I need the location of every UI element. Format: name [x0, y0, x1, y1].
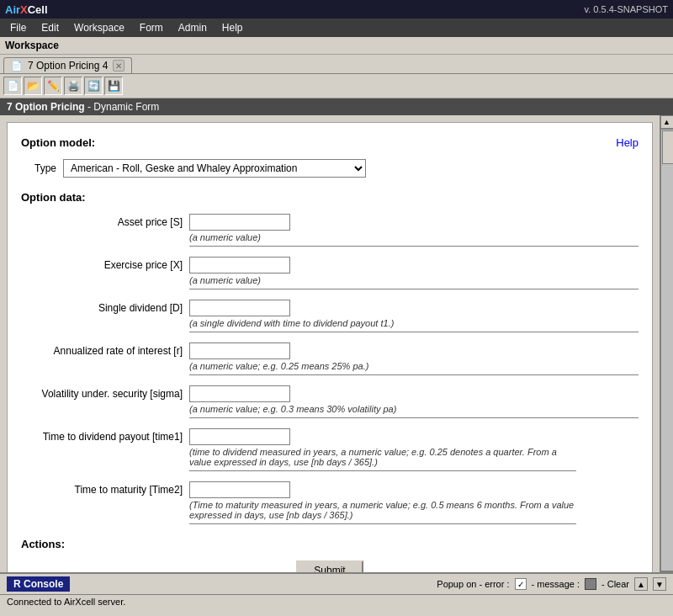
asset-price-hint: (a numeric value): [189, 232, 639, 247]
field-label-asset-price: Asset price [S]: [21, 214, 189, 228]
tab-icon: 📄: [11, 61, 23, 72]
time-maturity-input[interactable]: [189, 481, 290, 498]
toolbar-save-button[interactable]: 💾: [104, 77, 123, 95]
menu-file[interactable]: File: [3, 20, 33, 35]
option-model-section: Option model: Help: [21, 136, 639, 149]
r-console-label: R Console: [7, 576, 70, 585]
annualized-rate-hint: (a numeric value; e.g. 0.25 means 25% pa…: [189, 361, 639, 375]
actions-header: Actions:: [21, 538, 639, 550]
type-select[interactable]: American - Roll, Geske and Whaley Approx…: [63, 159, 366, 178]
title-bar: AirXCell v. 0.5.4-SNAPSHOT: [0, 0, 673, 19]
field-row-exercise-price: Exercise price [X] (a numeric value): [21, 257, 639, 296]
clear-label: - Clear: [601, 579, 629, 585]
form-title-normal: - Dynamic Form: [85, 101, 160, 113]
time-dividend-input[interactable]: [189, 428, 290, 445]
option-data-header: Option data:: [21, 191, 639, 204]
message-indicator: [585, 578, 596, 585]
field-right-asset-price: (a numeric value): [189, 214, 639, 253]
version-label: v. 0.5.4-SNAPSHOT: [585, 4, 668, 14]
menu-help[interactable]: Help: [215, 20, 250, 35]
form-container: Option model: Help Type American - Roll,…: [7, 122, 653, 578]
field-right-time-dividend: (time to dividend measured in years, a n…: [189, 428, 639, 478]
field-row-single-dividend: Single dividend [D] (a single dividend w…: [21, 300, 639, 339]
scrollbar: ▲ ▼: [660, 115, 673, 585]
menu-workspace[interactable]: Workspace: [67, 20, 131, 35]
app-name-x: X: [20, 3, 28, 16]
toolbar-new-button[interactable]: 📄: [3, 77, 22, 95]
field-right-time-maturity: (Time to maturity measured in years, a n…: [189, 481, 639, 531]
field-row-volatility: Volatility under. security [sigma] (a nu…: [21, 385, 639, 425]
volatility-hint: (a numeric value; e.g. 0.3 means 30% vol…: [189, 404, 639, 418]
type-row: Type American - Roll, Geske and Whaley A…: [34, 159, 639, 178]
field-row-time-maturity: Time to maturity [Time2] (Time to maturi…: [21, 481, 639, 531]
toolbar-open-button[interactable]: 📂: [24, 77, 42, 95]
field-right-exercise-price: (a numeric value): [189, 257, 639, 296]
tab-close-button[interactable]: ✕: [113, 60, 125, 72]
popup-checkbox[interactable]: ✓: [515, 578, 527, 585]
field-label-time-maturity: Time to maturity [Time2]: [21, 481, 189, 496]
time-maturity-hint: (Time to maturity measured in years, a n…: [189, 500, 576, 524]
time-dividend-hint: (time to dividend measured in years, a n…: [189, 447, 576, 471]
status-bar: R Console Popup on - error : ✓ - message…: [0, 572, 673, 585]
field-label-time-dividend: Time to dividend payout [time1]: [21, 428, 189, 443]
field-row-time-dividend: Time to dividend payout [time1] (time to…: [21, 428, 639, 478]
message-label: - message :: [532, 579, 580, 585]
exercise-price-hint: (a numeric value): [189, 275, 639, 289]
field-right-annualized-rate: (a numeric value; e.g. 0.25 means 25% pa…: [189, 343, 639, 382]
form-title-bold: 7 Option Pricing: [7, 101, 85, 113]
app-name-air: Air: [5, 3, 20, 16]
tab-option-pricing[interactable]: 📄 7 Option Pricing 4 ✕: [3, 57, 132, 73]
field-label-single-dividend: Single dividend [D]: [21, 300, 189, 314]
menu-edit[interactable]: Edit: [34, 20, 66, 35]
app-name-cell: Cell: [28, 3, 48, 16]
scroll-up-status-button[interactable]: ▲: [634, 577, 648, 585]
field-right-single-dividend: (a single dividend with time to dividend…: [189, 300, 639, 339]
toolbar-refresh-button[interactable]: 🔄: [84, 77, 103, 95]
scroll-track[interactable]: [660, 129, 674, 571]
field-label-volatility: Volatility under. security [sigma]: [21, 385, 189, 400]
option-model-label: Option model:: [21, 136, 95, 149]
volatility-input[interactable]: [189, 385, 290, 402]
workspace-label: Workspace: [0, 37, 673, 55]
field-label-exercise-price: Exercise price [X]: [21, 257, 189, 271]
popup-label: Popup on - error :: [437, 579, 509, 585]
tab-bar: 📄 7 Option Pricing 4 ✕: [0, 55, 673, 74]
field-right-volatility: (a numeric value; e.g. 0.3 means 30% vol…: [189, 385, 639, 425]
main-area: Option model: Help Type American - Roll,…: [0, 115, 673, 585]
asset-price-input[interactable]: [189, 214, 290, 231]
single-dividend-hint: (a single dividend with time to dividend…: [189, 318, 639, 332]
single-dividend-input[interactable]: [189, 300, 290, 316]
annualized-rate-input[interactable]: [189, 343, 290, 359]
scroll-up-button[interactable]: ▲: [660, 115, 674, 129]
tab-label: 7 Option Pricing 4: [28, 60, 108, 72]
help-link[interactable]: Help: [616, 136, 639, 149]
scroll-down-status-button[interactable]: ▼: [653, 577, 666, 585]
app-logo: AirXCell: [5, 3, 48, 16]
exercise-price-input[interactable]: [189, 257, 290, 273]
field-label-annualized-rate: Annualized rate of interest [r]: [21, 343, 189, 357]
field-row-annualized-rate: Annualized rate of interest [r] (a numer…: [21, 343, 639, 382]
form-header: 7 Option Pricing - Dynamic Form: [0, 98, 673, 115]
toolbar: 📄 📂 ✏️ 🖨️ 🔄 💾: [0, 74, 673, 98]
scroll-thumb[interactable]: [662, 130, 674, 164]
toolbar-print-button[interactable]: 🖨️: [64, 77, 82, 95]
status-right: Popup on - error : ✓ - message : - Clear…: [437, 577, 666, 585]
toolbar-edit-button[interactable]: ✏️: [44, 77, 62, 95]
type-label: Type: [34, 162, 56, 174]
field-row-asset-price: Asset price [S] (a numeric value): [21, 214, 639, 253]
menu-admin[interactable]: Admin: [172, 20, 214, 35]
menu-bar: File Edit Workspace Form Admin Help: [0, 19, 673, 37]
menu-form[interactable]: Form: [133, 20, 170, 35]
